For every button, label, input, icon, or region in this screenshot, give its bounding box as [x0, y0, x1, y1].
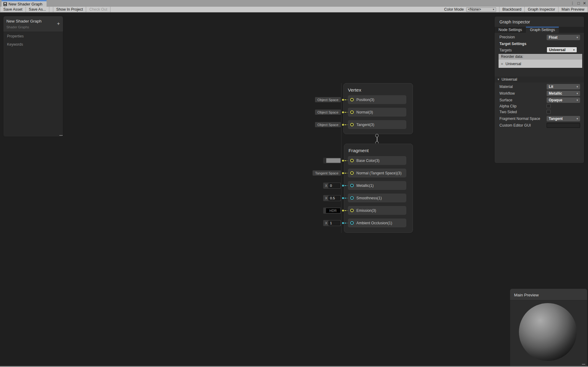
maximize-icon[interactable]: □: [577, 0, 580, 7]
window-menu-icon[interactable]: ⋮: [570, 0, 574, 7]
vector3-port-icon[interactable]: [350, 159, 354, 162]
vector3-port-icon[interactable]: [350, 110, 354, 114]
graph-inspector-toggle-button[interactable]: Graph Inspector: [525, 7, 558, 12]
save-asset-button[interactable]: Save Asset: [0, 7, 26, 12]
vector3-port-icon[interactable]: [350, 98, 354, 101]
targets-reorder-list: Reorder data: = Universal: [498, 54, 583, 68]
main-preview-title: Main Preview: [514, 293, 539, 297]
vector3-port-icon[interactable]: [350, 123, 354, 126]
stack-guide-line: [341, 83, 341, 233]
close-icon[interactable]: ✕: [583, 0, 586, 7]
blackboard-toggle-button[interactable]: Blackboard: [499, 7, 525, 12]
main-preview-panel: Main Preview: [510, 289, 587, 367]
fragment-slot-base-color[interactable]: Base Color(3): [348, 156, 406, 165]
position-space-dropdown[interactable]: Object Space: [315, 97, 341, 102]
main-preview-header: Main Preview: [510, 289, 587, 300]
ambient-occlusion-value-input[interactable]: 1: [328, 221, 340, 225]
color-mode-value: <None>: [468, 7, 481, 12]
custom-editor-gui-label: Custom Editor GUI: [499, 123, 531, 128]
main-preview-toggle-button[interactable]: Main Preview: [558, 7, 588, 12]
port-connector-dot: [342, 172, 344, 174]
fragment-slot-emission[interactable]: Emission(3): [348, 206, 406, 215]
color-swatch: [326, 158, 341, 163]
base-color-picker[interactable]: [323, 158, 341, 163]
normal-tangent-space-dropdown[interactable]: Tangent Space: [313, 170, 341, 176]
blackboard-section-keywords[interactable]: Keywords: [3, 40, 63, 48]
two-sided-checkbox[interactable]: [547, 110, 551, 114]
surface-dropdown[interactable]: Opaque ▾: [547, 97, 580, 103]
toolbar-left-group: Save Asset Save As... Show In Project Ch…: [0, 7, 110, 12]
fragment-slot-normal[interactable]: Normal (Tangent Space)(3): [348, 169, 406, 177]
precision-dropdown[interactable]: Float ▾: [547, 35, 580, 40]
blackboard-header: New Shader Graph Shader Graphs +: [3, 16, 63, 32]
vertex-slot-normal[interactable]: Normal(3): [348, 108, 406, 117]
edge-output-port[interactable]: [375, 134, 379, 137]
vector3-port-icon[interactable]: [350, 171, 354, 175]
preview-sphere[interactable]: [519, 303, 577, 361]
vector3-port-icon[interactable]: [350, 209, 354, 212]
precision-label: Precision: [499, 35, 515, 39]
fragment-slot-metallic[interactable]: Metallic(1): [348, 181, 406, 190]
metallic-value-input[interactable]: 0: [328, 183, 340, 188]
vertex-slot-position[interactable]: Position(3): [348, 95, 406, 104]
dropdown-arrow-icon: ▾: [576, 85, 578, 88]
emission-hdr-widget[interactable]: HDR: [323, 208, 341, 214]
dropdown-arrow-icon: ▾: [573, 48, 575, 51]
ambient-occlusion-float-widget: X 1: [323, 220, 341, 226]
targets-label: Targets: [499, 48, 512, 52]
smoothness-value-input[interactable]: 0.5: [328, 196, 340, 201]
fragment-slot-ambient-occlusion[interactable]: Ambient Occlusion(1): [348, 218, 406, 227]
vertex-slot-tangent[interactable]: Tangent(3): [348, 120, 406, 129]
graph-inspector-panel: Graph Inspector Node Settings Graph Sett…: [494, 16, 584, 163]
tab-node-settings[interactable]: Node Settings: [495, 27, 526, 33]
blackboard-section-properties[interactable]: Properties: [3, 32, 63, 40]
port-connector-dot: [342, 210, 344, 211]
float-port-icon[interactable]: [350, 184, 354, 187]
preview-resize-handle[interactable]: [582, 364, 585, 365]
drag-handle-icon[interactable]: =: [501, 62, 503, 66]
float-port-icon[interactable]: [350, 196, 354, 200]
port-connector-dot: [342, 197, 344, 199]
port-connector-dot: [342, 124, 344, 126]
color-mode-dropdown[interactable]: <None> ▾: [466, 7, 496, 12]
dropdown-arrow-icon: ▾: [576, 92, 578, 95]
dropdown-arrow-icon: ▾: [576, 117, 578, 120]
window-controls: ⋮ □ ✕: [570, 0, 586, 7]
vertex-node-title: Vertex: [348, 87, 361, 93]
tangent-space-dropdown[interactable]: Object Space: [315, 122, 341, 127]
toolbar-right-group: Color Mode <None> ▾ Blackboard Graph Ins…: [444, 7, 588, 12]
normal-space-dropdown[interactable]: Object Space: [315, 110, 341, 115]
port-connector-dot: [342, 185, 344, 187]
material-dropdown[interactable]: Lit ▾: [547, 84, 580, 89]
blackboard-title: New Shader Graph: [6, 19, 60, 23]
alpha-clip-checkbox[interactable]: [547, 104, 551, 108]
port-connector-dot: [342, 99, 344, 101]
smoothness-float-widget: X 0.5: [323, 195, 341, 201]
x-component-label: X: [325, 196, 327, 200]
fragment-normal-space-dropdown[interactable]: Tangent ▾: [547, 116, 580, 121]
save-as-button[interactable]: Save As...: [26, 7, 49, 12]
port-connector-dot: [342, 222, 344, 224]
toolbar: Save Asset Save As... Show In Project Ch…: [0, 7, 588, 12]
x-component-label: X: [325, 184, 327, 187]
targets-dropdown[interactable]: Universal ▾: [547, 47, 577, 53]
fragment-slot-smoothness[interactable]: Smoothness(1): [348, 194, 406, 202]
float-port-icon[interactable]: [350, 221, 354, 225]
dropdown-arrow-icon: ▾: [493, 8, 494, 11]
workflow-dropdown[interactable]: Metallic ▾: [547, 91, 580, 96]
tab-graph-settings[interactable]: Graph Settings: [526, 27, 559, 33]
fragment-normal-space-label: Fragment Normal Space: [499, 117, 540, 121]
reorder-list-header: Reorder data:: [499, 54, 582, 60]
show-in-project-button[interactable]: Show In Project: [53, 7, 86, 12]
document-tab[interactable]: New Shader Graph: [2, 0, 47, 7]
check-out-button: Check Out: [86, 7, 110, 12]
custom-editor-gui-field[interactable]: [547, 123, 580, 128]
add-property-button[interactable]: +: [57, 21, 60, 26]
color-mode-label: Color Mode: [444, 7, 464, 12]
hdr-color-swatch[interactable]: HDR: [326, 208, 340, 213]
universal-foldout[interactable]: ▼ Universal: [495, 76, 584, 82]
blackboard-panel: New Shader Graph Shader Graphs + Propert…: [3, 16, 63, 137]
blackboard-resize-handle[interactable]: [59, 135, 63, 136]
reorder-item-universal[interactable]: = Universal: [499, 60, 582, 68]
fragment-node-title: Fragment: [348, 148, 369, 153]
